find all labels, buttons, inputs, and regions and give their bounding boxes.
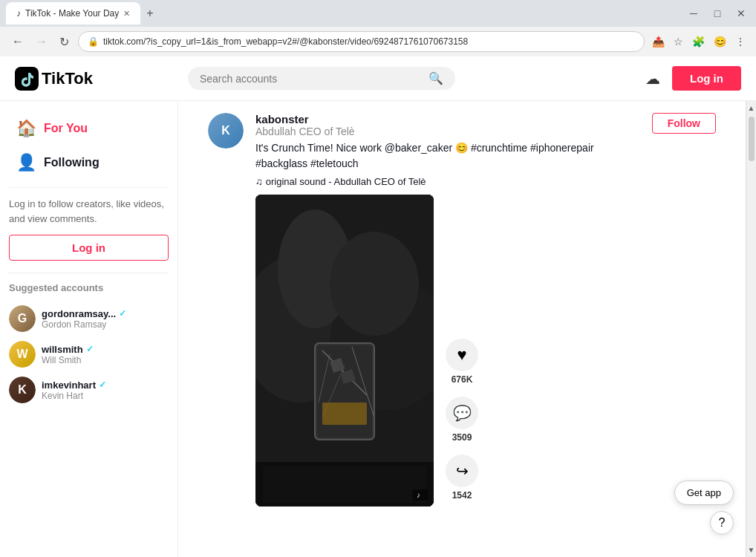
maximize-button[interactable]: □ (708, 4, 726, 22)
logo-area[interactable]: TikTok (15, 67, 93, 91)
post-caption: It's Crunch Time! Nice work @baker_caker… (255, 140, 716, 172)
post-sound[interactable]: ♫ original sound - Abdullah CEO of Telè (255, 176, 716, 187)
video-visual (255, 195, 434, 506)
tab-close-icon[interactable]: ✕ (123, 9, 130, 19)
browser-title-bar: ♪ TikTok - Make Your Day ✕ + ─ □ ✕ (0, 0, 756, 27)
follow-button[interactable]: Follow (652, 113, 716, 134)
video-frame: ♪ (255, 195, 434, 506)
like-button[interactable]: ♥ 676K (446, 339, 478, 385)
lock-icon: 🔒 (88, 36, 99, 47)
author-info: kabonster Abdullah CEO of Telè (255, 113, 355, 137)
feed: K kabonster Abdullah CEO of Telè Follow … (178, 101, 746, 557)
comment-icon: 💬 (453, 404, 472, 422)
get-app-button[interactable]: Get app (674, 481, 734, 505)
hashtag-iphonerepair[interactable]: #iphonerepair (530, 142, 594, 154)
home-icon: 🏠 (16, 119, 36, 138)
suggested-account-gordonramsay[interactable]: G gordonramsay... ✓ Gordon Ramsay (9, 301, 169, 336)
mention[interactable]: @baker_caker (385, 142, 452, 154)
upload-icon[interactable]: ☁ (645, 70, 660, 88)
comment-icon-circle: 💬 (446, 397, 478, 429)
minimize-button[interactable]: ─ (685, 4, 703, 22)
help-button[interactable]: ? (710, 511, 734, 535)
tab-favicon: ♪ (16, 8, 21, 19)
sidebar-login-text: Log in to follow creators, like videos, … (9, 197, 169, 226)
like-count: 676K (452, 374, 473, 385)
sidebar: 🏠 For You 👤 Following Log in to follow c… (0, 101, 178, 557)
extensions-icon[interactable]: 🧩 (691, 34, 706, 49)
hashtag-crunchtime[interactable]: #crunchtime (471, 142, 527, 154)
account-info-imkevinhart: imkevinhart ✓ Kevin Hart (42, 380, 106, 401)
verified-badge-imkevinhart: ✓ (99, 380, 106, 390)
url-bar[interactable]: 🔒 tiktok.com/?is_copy_url=1&is_from_weba… (78, 31, 645, 52)
avatar-imkevinhart: K (9, 377, 36, 403)
displayname-imkevinhart: Kevin Hart (42, 391, 106, 401)
post-kabonster: K kabonster Abdullah CEO of Telè Follow … (208, 113, 716, 506)
post-video[interactable]: ♪ (255, 195, 434, 506)
heart-icon: ♥ (457, 345, 466, 365)
post-avatar[interactable]: K (208, 113, 244, 149)
post-display-name: Abdullah CEO of Telè (255, 126, 355, 137)
bookmark-icon[interactable]: ☆ (672, 34, 685, 49)
scroll-down-arrow[interactable]: ▼ (746, 544, 756, 556)
video-overlay: ♪ (412, 489, 428, 501)
tab-label: TikTok - Make Your Day (25, 8, 119, 19)
reload-button[interactable]: ↻ (56, 33, 72, 51)
sidebar-divider-1 (9, 187, 169, 188)
displayname-willsmith: Will Smith (42, 355, 94, 365)
menu-icon[interactable]: ⋮ (734, 34, 747, 49)
post-media-row: ♪ ♥ 67 (255, 195, 716, 506)
username-imkevinhart: imkevinhart ✓ (42, 380, 106, 391)
suggested-account-imkevinhart[interactable]: K imkevinhart ✓ Kevin Hart (9, 372, 169, 408)
scroll-up-arrow[interactable]: ▲ (746, 102, 756, 114)
avatar-willsmith: W (9, 341, 36, 368)
suggested-account-willsmith[interactable]: W willsmith ✓ Will Smith (9, 336, 169, 372)
post-header: kabonster Abdullah CEO of Telè Follow (255, 113, 716, 137)
tiktok-logo-icon (15, 67, 39, 91)
tiktok-header: TikTok 🔍 ☁ Log in (0, 56, 756, 101)
url-text: tiktok.com/?is_copy_url=1&is_from_webapp… (103, 36, 468, 47)
active-tab[interactable]: ♪ TikTok - Make Your Day ✕ (6, 2, 140, 25)
search-button[interactable]: 🔍 (428, 71, 443, 85)
search-input[interactable] (200, 73, 428, 85)
comment-count: 3509 (452, 432, 472, 443)
verified-badge-willsmith: ✓ (86, 344, 94, 354)
scrollbar[interactable]: ▲ ▼ (746, 101, 756, 557)
new-tab-button[interactable]: + (140, 2, 159, 25)
page: TikTok 🔍 ☁ Log in 🏠 For You 👤 Following … (0, 56, 756, 557)
cast-icon[interactable]: 📤 (651, 34, 666, 49)
profile-icon[interactable]: 😊 (712, 34, 728, 49)
avatar-gordonramsay: G (9, 305, 36, 332)
search-bar[interactable]: 🔍 (188, 67, 455, 90)
browser-tabs: ♪ TikTok - Make Your Day ✕ + (6, 2, 685, 25)
share-button[interactable]: ↪ 1542 (446, 455, 478, 501)
forward-button[interactable]: → (33, 33, 50, 50)
sidebar-label-for-you: For You (44, 122, 88, 135)
account-info-gordonramsay: gordonramsay... ✓ Gordon Ramsay (42, 308, 126, 330)
post-username[interactable]: kabonster (255, 113, 355, 126)
logo-text: TikTok (42, 69, 93, 88)
svg-rect-18 (263, 466, 426, 503)
header-login-button[interactable]: Log in (672, 66, 741, 91)
hashtag-backglass[interactable]: #backglass (255, 157, 307, 169)
hashtag-teletouch[interactable]: #teletouch (310, 157, 359, 169)
tiktok-watermark: ♪ (412, 489, 428, 501)
sidebar-login-button[interactable]: Log in (9, 235, 169, 261)
sidebar-item-for-you[interactable]: 🏠 For You (9, 113, 169, 144)
suggested-accounts-title: Suggested accounts (9, 282, 169, 293)
scroll-thumb[interactable] (749, 117, 755, 161)
sidebar-item-following[interactable]: 👤 Following (9, 147, 169, 178)
svg-rect-15 (322, 403, 367, 425)
main-layout: 🏠 For You 👤 Following Log in to follow c… (0, 101, 756, 557)
window-controls: ─ □ ✕ (685, 4, 750, 22)
comment-button[interactable]: 💬 3509 (446, 397, 478, 443)
share-icon-circle: ↪ (446, 455, 478, 487)
post-body: kabonster Abdullah CEO of Telè Follow It… (255, 113, 716, 506)
share-icon: ↪ (456, 462, 469, 480)
music-note-icon: ♫ (255, 176, 263, 187)
back-button[interactable]: ← (9, 33, 27, 50)
question-mark-icon: ? (719, 516, 726, 530)
close-window-button[interactable]: ✕ (732, 4, 750, 22)
address-bar: ← → ↻ 🔒 tiktok.com/?is_copy_url=1&is_fro… (0, 27, 756, 56)
displayname-gordonramsay: Gordon Ramsay (42, 319, 126, 330)
username-willsmith: willsmith ✓ (42, 344, 94, 355)
